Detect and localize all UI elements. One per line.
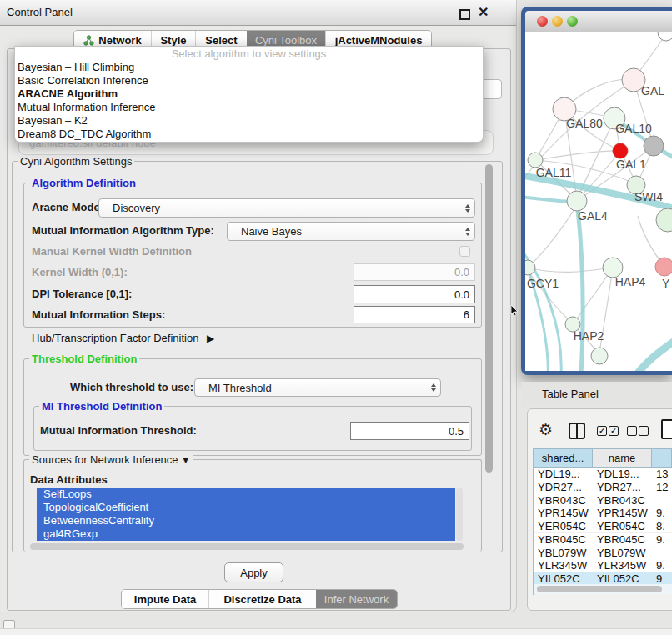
dpi-tolerance-label: DPI Tolerance [0,1]: <box>32 288 132 300</box>
dropdown-item[interactable]: Basic Correlation Inference <box>15 74 483 88</box>
tab-impute-data[interactable]: Impute Data <box>122 590 208 608</box>
node-pink-y[interactable] <box>655 258 672 276</box>
table-row[interactable]: YER054C YER054C 8. <box>534 520 672 533</box>
cell: 9. <box>652 507 672 519</box>
node-label-gal1: GAL1 <box>616 158 646 171</box>
dropdown-item[interactable]: Mutual Information Inference <box>15 101 483 114</box>
settings-scrollbar[interactable] <box>485 164 493 472</box>
dpi-tolerance-field[interactable]: 0.0 <box>354 285 475 303</box>
checked-checkbox-icon[interactable]: ✓ <box>609 426 619 436</box>
cell: YBL079W <box>593 547 652 559</box>
column-header-name[interactable]: name <box>593 448 652 468</box>
combo-stepper-icon <box>465 228 470 236</box>
columns-icon[interactable] <box>569 422 585 439</box>
close-icon[interactable]: ✕ <box>478 4 489 20</box>
tab-cyni-toolbox-label: Cyni Toolbox <box>255 34 317 47</box>
apply-button[interactable]: Apply <box>224 562 283 582</box>
column-header-shared[interactable]: shared... <box>534 448 593 468</box>
which-threshold-label: Which threshold to use: <box>70 381 193 393</box>
dropdown-item[interactable]: Bayesian – Hill Climbing <box>15 61 483 74</box>
mi-steps-field[interactable]: 6 <box>354 306 475 323</box>
collapse-arrow-icon[interactable]: ▼ <box>181 455 190 465</box>
settings-group-title: Cyni Algorithm Settings <box>18 155 134 168</box>
node-bottom[interactable] <box>591 348 608 364</box>
dropdown-item[interactable]: Bayesian – K2 <box>15 114 483 128</box>
checked-checkbox-icon[interactable]: ✓ <box>597 426 607 436</box>
unchecked-checkbox-icon[interactable] <box>639 426 649 436</box>
attribute-item-selected[interactable]: TopologicalCoefficient <box>37 501 455 514</box>
tab-impute-data-label: Impute Data <box>134 593 196 606</box>
tab-style-label: Style <box>160 34 186 47</box>
algorithm-definition-title: Algorithm Definition <box>29 177 138 189</box>
node-gray[interactable] <box>644 136 664 156</box>
dropdown-item[interactable]: Dream8 DC_TDC Algorithm <box>15 128 483 141</box>
control-panel-window: Control Panel ✕ Network Style <box>0 0 517 612</box>
cell: YLR345W <box>593 559 652 572</box>
table-row[interactable]: YDR27... YDR27... 12 <box>534 481 672 494</box>
cell: 8. <box>652 520 672 532</box>
network-graph[interactable]: GAL GAL80 GAL10 GAL1 GAL11 SWI4 GAL4 GCY… <box>525 32 672 371</box>
aracne-mode-combobox[interactable]: Discovery <box>98 198 475 218</box>
cell: 12 <box>652 481 672 493</box>
node-swi4[interactable] <box>656 208 672 232</box>
node-unlabeled[interactable] <box>658 32 672 41</box>
mi-type-label: Mutual Information Algorithm Type: <box>32 224 214 237</box>
kernel-width-value: 0.0 <box>454 266 469 278</box>
aracne-mode-value: Discovery <box>113 202 160 214</box>
which-threshold-combobox[interactable]: MI Threshold <box>194 378 441 397</box>
table-hscrollbar-thumb[interactable] <box>537 586 662 592</box>
attributes-vscrollbar[interactable] <box>456 488 463 541</box>
float-window-icon[interactable] <box>459 9 470 20</box>
cell: YDL19... <box>534 468 593 480</box>
cell: YPR145W <box>593 507 652 519</box>
table-row-selected[interactable]: YIL052C YIL052C 9 <box>534 572 672 586</box>
table-panel-title: Table Panel <box>542 388 599 400</box>
node-gal4[interactable] <box>567 191 587 211</box>
cell: YER054C <box>593 520 652 532</box>
minimize-traffic-light[interactable] <box>552 16 563 27</box>
attribute-item-selected[interactable]: SelfLoops <box>37 488 455 501</box>
cell: YDL19... <box>593 468 652 480</box>
zoom-traffic-light[interactable] <box>567 16 578 27</box>
page-icon[interactable] <box>661 419 672 439</box>
cell: YBL079W <box>534 547 593 559</box>
mi-type-combobox[interactable]: Naive Bayes <box>227 222 475 241</box>
column-header-partial[interactable] <box>652 448 672 468</box>
dropdown-item-selected[interactable]: ARACNE Algorithm <box>15 88 483 101</box>
node-label-y: Y <box>662 277 670 290</box>
table-row[interactable]: YDL19... YDL19... 13 <box>534 468 672 481</box>
hub-expander[interactable]: Hub/Transcription Factor Definition ▶ <box>32 332 214 344</box>
manual-kernel-checkbox[interactable] <box>459 246 470 257</box>
unchecked-checkbox-icon[interactable] <box>627 426 637 436</box>
node-red[interactable] <box>613 143 628 158</box>
table-row[interactable]: YLR345W YLR345W 9. <box>534 559 672 572</box>
mi-threshold-group-title: MI Threshold Definition <box>39 400 164 412</box>
cell: 9 <box>652 572 672 585</box>
tab-infer-network[interactable]: Infer Network <box>316 590 397 608</box>
algorithm-combo-stub[interactable] <box>482 79 502 99</box>
attribute-item-selected[interactable]: gal4RGexp <box>37 528 455 541</box>
algorithm-dropdown-popup: Select algorithm to view settings Bayesi… <box>14 46 484 142</box>
attribute-item-selected[interactable]: BetweennessCentrality <box>37 514 455 528</box>
attributes-hscrollbar[interactable] <box>30 543 464 550</box>
kernel-width-field[interactable]: 0.0 <box>354 263 475 281</box>
network-window-titlebar[interactable] <box>525 11 672 33</box>
node-label-swi4: SWI4 <box>634 190 663 203</box>
expand-arrow-icon: ▶ <box>207 332 214 344</box>
table-row[interactable]: YBR043C YBR043C <box>534 493 672 507</box>
screen: Control Panel ✕ Network Style <box>0 0 672 635</box>
cell: 13 <box>652 468 672 480</box>
table-row[interactable]: YPR145W YPR145W 9. <box>534 507 672 520</box>
table-row[interactable]: YBR045C YBR045C 9. <box>534 533 672 547</box>
control-panel-title: Control Panel <box>7 6 73 18</box>
network-icon <box>83 35 94 46</box>
mi-threshold-field[interactable]: 0.5 <box>350 422 469 440</box>
cell: YDR27... <box>593 481 652 493</box>
cell: YDR27... <box>534 481 593 493</box>
cell: YIL052C <box>534 572 593 585</box>
control-panel-titlebar[interactable]: Control Panel ✕ <box>0 0 516 26</box>
gear-icon[interactable]: ⚙ <box>539 420 553 439</box>
tab-discretize-data[interactable]: Discretize Data <box>208 590 316 608</box>
table-row[interactable]: YBL079W YBL079W <box>534 546 672 559</box>
close-traffic-light[interactable] <box>537 16 548 27</box>
